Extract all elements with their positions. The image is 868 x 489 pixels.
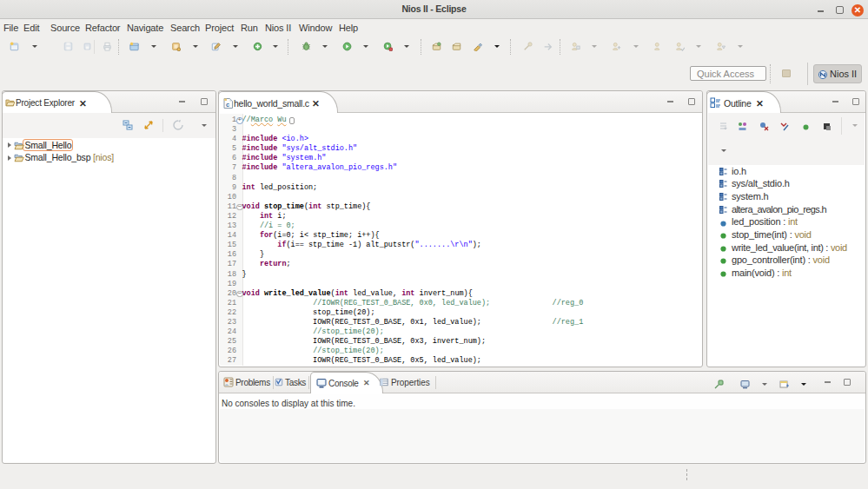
svg-text:c: c — [226, 101, 229, 109]
